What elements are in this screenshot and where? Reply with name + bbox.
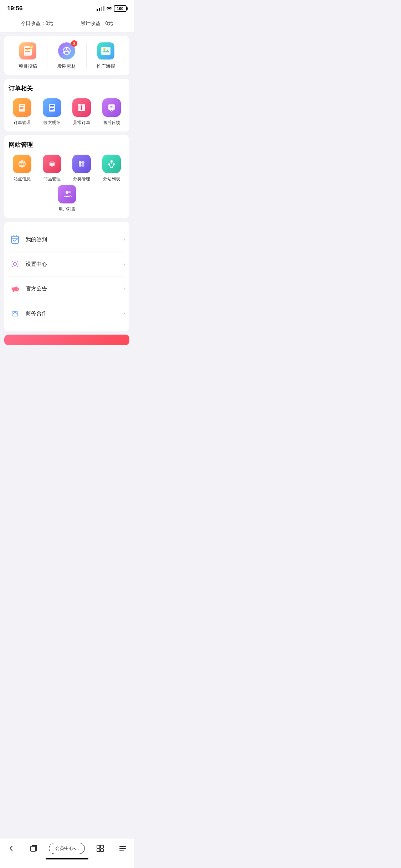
- svg-rect-36: [113, 164, 115, 165]
- svg-point-26: [110, 107, 111, 108]
- total-earnings: 累计收益：0元: [67, 20, 127, 27]
- category-mgmt-icon: [72, 155, 91, 173]
- svg-rect-35: [108, 164, 110, 165]
- svg-rect-2: [25, 48, 31, 49]
- svg-point-38: [66, 191, 68, 194]
- order-section-title: 订单相关: [9, 84, 125, 93]
- svg-rect-15: [20, 105, 24, 106]
- settings-icon: [9, 258, 21, 270]
- battery-icon: 100: [114, 5, 127, 12]
- quick-actions-card: 项目投稿: [4, 36, 129, 75]
- quick-action-project[interactable]: 项目投稿: [9, 42, 47, 69]
- substation-list-item[interactable]: 分站列表: [99, 155, 124, 182]
- website-section-title: 网站管理: [9, 141, 125, 149]
- svg-rect-37: [110, 167, 113, 168]
- today-earnings: 今日收益：0元: [7, 20, 67, 27]
- svg-point-5: [30, 45, 33, 49]
- svg-rect-16: [20, 107, 24, 108]
- svg-point-39: [68, 191, 71, 193]
- category-mgmt-label: 分类管理: [73, 176, 90, 182]
- user-list-label: 用户列表: [58, 206, 76, 212]
- project-icon-wrapper: [19, 42, 37, 60]
- users-icon: [62, 189, 72, 199]
- substation-list-icon: [102, 155, 121, 173]
- website-section-card: 网站管理 站点信息: [4, 135, 129, 218]
- category-icon: [77, 159, 87, 169]
- svg-point-31: [82, 161, 84, 164]
- svg-point-13: [103, 48, 106, 50]
- earnings-bar: 今日收益：0元 累计收益：0元: [0, 15, 134, 32]
- website-icon-grid: 站点信息 商品管理: [9, 155, 125, 212]
- site-info-item[interactable]: 站点信息: [10, 155, 34, 182]
- announcement-chevron: ›: [123, 285, 125, 292]
- site-icon: [17, 159, 27, 169]
- product-mgmt-item[interactable]: 商品管理: [40, 155, 64, 182]
- quick-action-poster[interactable]: 推广海报: [87, 42, 125, 69]
- svg-rect-12: [101, 47, 110, 55]
- svg-rect-19: [50, 105, 54, 106]
- list-card: 我的签到 › 设置中心 › 官方公告 ›: [4, 222, 129, 331]
- poster-icon-wrapper: [97, 42, 115, 60]
- poster-icon: [97, 42, 114, 60]
- status-bar: 19:56 100: [0, 0, 134, 15]
- order-management-icon: [13, 98, 31, 117]
- announcement-item[interactable]: 官方公告 ›: [9, 277, 125, 301]
- order-section-card: 订单相关 订单管理: [4, 79, 129, 131]
- svg-rect-4: [25, 51, 30, 52]
- feedback-icon: [107, 103, 117, 113]
- product-mgmt-icon: [43, 155, 61, 173]
- finance-detail-icon: [43, 98, 61, 117]
- moments-label: 发圈素材: [57, 63, 76, 69]
- svg-point-32: [79, 164, 82, 167]
- site-info-icon: [13, 155, 31, 173]
- cooperation-icon: [9, 307, 21, 320]
- checkin-item[interactable]: 我的签到 ›: [9, 227, 125, 252]
- substation-icon: [107, 159, 117, 169]
- announcement-label: 官方公告: [26, 285, 123, 292]
- project-icon: [19, 42, 36, 60]
- site-info-label: 站点信息: [14, 176, 31, 182]
- settings-item[interactable]: 设置中心 ›: [9, 252, 125, 277]
- svg-rect-34: [110, 160, 113, 162]
- svg-rect-22: [50, 109, 53, 110]
- partial-bottom-card: [4, 335, 129, 345]
- abnormal-order-item[interactable]: 异常订单: [70, 98, 94, 126]
- finance-detail-label: 收支明细: [43, 120, 61, 126]
- status-time: 19:56: [7, 5, 22, 12]
- category-mgmt-item[interactable]: 分类管理: [70, 155, 94, 182]
- svg-rect-3: [25, 50, 29, 50]
- announcement-svg: [10, 284, 20, 294]
- moments-icon-wrapper: 2: [57, 42, 76, 60]
- cooperation-item[interactable]: 商务合作 ›: [9, 301, 125, 325]
- moments-badge: 2: [71, 40, 77, 47]
- checkin-chevron: ›: [123, 236, 125, 243]
- after-sales-icon: [102, 98, 121, 117]
- after-sales-item[interactable]: 售后反馈: [99, 98, 124, 126]
- user-list-item[interactable]: 用户列表: [55, 185, 79, 212]
- order-management-item[interactable]: 订单管理: [10, 98, 34, 126]
- finance-detail-item[interactable]: 收支明细: [40, 98, 64, 126]
- finance-icon: [47, 103, 57, 113]
- product-icon: [47, 159, 57, 169]
- cooperation-chevron: ›: [123, 310, 125, 316]
- abnormal-order-label: 异常订单: [73, 120, 90, 126]
- svg-point-28: [113, 107, 114, 108]
- cooperation-svg: [10, 308, 20, 318]
- svg-point-43: [14, 312, 16, 313]
- svg-point-24: [81, 109, 82, 110]
- checkin-label: 我的签到: [26, 236, 123, 243]
- abnormal-order-icon: [72, 98, 91, 117]
- svg-rect-17: [20, 108, 23, 109]
- product-mgmt-label: 商品管理: [43, 176, 61, 182]
- announcement-icon: [9, 282, 21, 295]
- poster-label: 推广海报: [97, 63, 115, 69]
- quick-action-moments[interactable]: 2 发圈素材: [47, 42, 86, 69]
- svg-point-33: [82, 164, 84, 167]
- svg-rect-20: [50, 107, 54, 107]
- abnormal-icon: [77, 103, 87, 113]
- settings-chevron: ›: [123, 261, 125, 267]
- svg-point-27: [111, 107, 112, 108]
- project-label: 项目投稿: [19, 63, 37, 69]
- quick-actions-row: 项目投稿: [9, 42, 125, 69]
- svg-rect-21: [50, 108, 54, 109]
